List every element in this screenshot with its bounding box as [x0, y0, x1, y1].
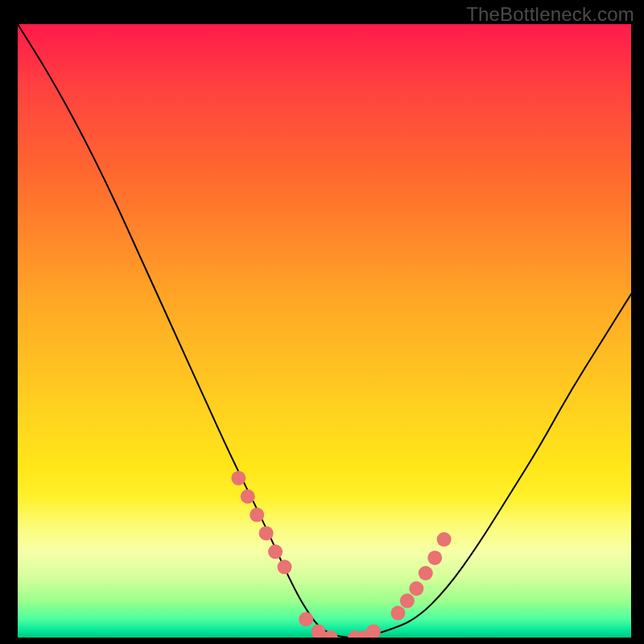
marker-group — [231, 471, 451, 638]
marker-dot — [268, 544, 283, 559]
attribution-label: TheBottleneck.com — [466, 3, 634, 26]
marker-dot — [437, 532, 452, 547]
bottleneck-curve — [18, 24, 631, 638]
marker-dot — [419, 566, 433, 580]
marker-dot — [311, 624, 325, 638]
marker-dot — [390, 606, 405, 621]
marker-dot — [241, 489, 255, 504]
marker-dot — [400, 593, 415, 608]
marker-dot — [250, 508, 264, 522]
chart-svg — [18, 24, 631, 638]
marker-dot — [231, 471, 246, 485]
chart-plot-area — [18, 24, 631, 638]
marker-dot — [409, 581, 423, 596]
marker-dot — [427, 551, 442, 565]
marker-dot — [366, 624, 381, 638]
marker-dot — [259, 526, 274, 540]
marker-dot — [277, 559, 291, 574]
marker-dot — [299, 612, 313, 626]
